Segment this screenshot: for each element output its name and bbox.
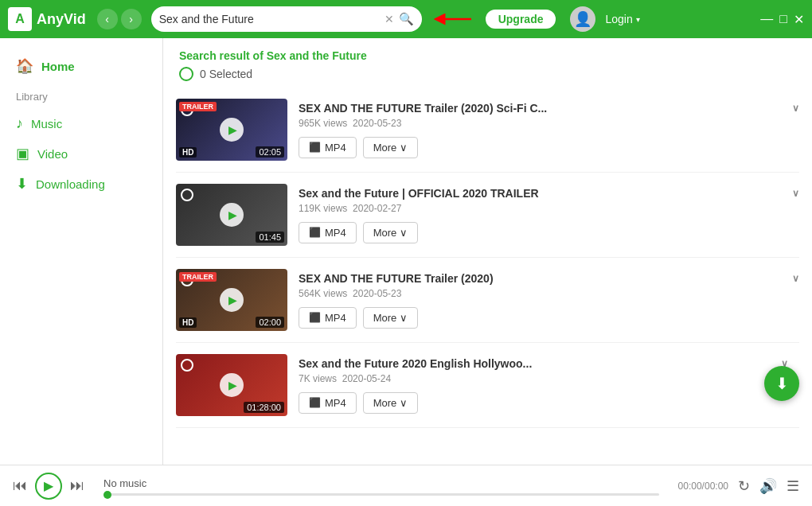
mp4-button-3[interactable]: ⬛ MP4 xyxy=(299,307,357,329)
volume-button[interactable]: 🔊 xyxy=(759,477,777,495)
video-meta-2: 119K views 2020-02-27 xyxy=(299,203,799,214)
sidebar-item-music[interactable]: ♪ Music xyxy=(0,109,162,138)
action-row-2: ⬛ MP4 More ∨ xyxy=(299,222,799,243)
video-info-2: Sex and the Future | OFFICIAL 2020 TRAIL… xyxy=(299,187,799,243)
sidebar-music-label: Music xyxy=(31,117,62,130)
mp4-label-2: MP4 xyxy=(325,227,346,239)
hd-badge-3: HD xyxy=(179,317,197,328)
user-avatar[interactable]: 👤 xyxy=(570,6,595,32)
sidebar-item-video[interactable]: ▣ Video xyxy=(0,138,162,169)
date-3: 2020-05-23 xyxy=(353,288,401,299)
logo-letter: A xyxy=(15,12,25,26)
video-meta-4: 7K views 2020-05-24 xyxy=(299,373,788,384)
minimize-button[interactable]: — xyxy=(760,12,773,26)
mp4-button-2[interactable]: ⬛ MP4 xyxy=(299,222,357,243)
trailer-badge-3: TRAILER xyxy=(179,272,217,282)
sidebar-item-downloading[interactable]: ⬇ Downloading xyxy=(0,169,162,199)
table-row: ▶ 01:45 Sex and the Future | OFFICIAL 20… xyxy=(176,173,799,258)
maximize-button[interactable]: □ xyxy=(779,12,787,26)
views-1: 965K views xyxy=(299,118,347,129)
select-all-checkbox[interactable] xyxy=(179,67,193,81)
bottom-controls: ↻ 🔊 ☰ xyxy=(738,477,799,495)
duration-2: 01:45 xyxy=(256,232,284,243)
sidebar-video-label: Video xyxy=(37,147,68,161)
repeat-button[interactable]: ↻ xyxy=(738,477,750,495)
download-fab[interactable]: ⬇ xyxy=(764,366,799,401)
expand-icon-2[interactable]: ∨ xyxy=(792,188,799,199)
results-list: ▶ TRAILER HD 02:05 SEX AND THE FUTURE Tr… xyxy=(163,88,812,428)
thumbnail-3[interactable]: ▶ HD TRAILER 02:00 xyxy=(176,269,287,331)
search-header: Search result of Sex and the Future 0 Se… xyxy=(163,38,812,88)
mp4-button-4[interactable]: ⬛ MP4 xyxy=(299,392,357,414)
login-button[interactable]: Login▾ xyxy=(605,13,639,25)
sidebar-library-label: Library xyxy=(0,84,162,109)
close-button[interactable]: ✕ xyxy=(794,12,804,27)
more-label-2: More xyxy=(373,227,397,239)
nav-back-button[interactable]: ‹ xyxy=(97,9,118,29)
trailer-badge-1: TRAILER xyxy=(179,102,217,111)
thumbnail-4[interactable]: ▶ 01:28:00 xyxy=(176,354,287,416)
video-info-1: SEX AND THE FUTURE Trailer (2020) Sci-Fi… xyxy=(299,102,799,158)
date-1: 2020-05-23 xyxy=(353,118,401,129)
duration-3: 02:00 xyxy=(256,317,284,328)
mp4-icon-3: ⬛ xyxy=(309,312,321,323)
upgrade-button[interactable]: Upgrade xyxy=(484,8,558,30)
more-chevron-3: ∨ xyxy=(400,312,408,324)
more-chevron-2: ∨ xyxy=(400,227,408,239)
search-query: Sex and the Future xyxy=(267,49,367,62)
progress-bar[interactable] xyxy=(103,493,659,496)
more-button-3[interactable]: More ∨ xyxy=(363,307,419,329)
video-meta-1: 965K views 2020-05-23 xyxy=(299,118,799,129)
date-4: 2020-05-24 xyxy=(342,373,391,384)
download-icon: ⬇ xyxy=(16,175,28,193)
thumbnail-1[interactable]: ▶ TRAILER HD 02:05 xyxy=(176,99,287,161)
video-title-2: Sex and the Future | OFFICIAL 2020 TRAIL… xyxy=(299,187,799,200)
next-button[interactable]: ⏭ xyxy=(70,477,84,494)
play-pause-button[interactable]: ▶ xyxy=(35,473,62,500)
app-logo: A AnyVid xyxy=(8,7,86,31)
bottom-bar: ⏮ ▶ ⏭ No music 00:00/00:00 ↻ 🔊 ☰ xyxy=(0,465,812,506)
more-button-1[interactable]: More ∨ xyxy=(363,137,419,158)
prev-button[interactable]: ⏮ xyxy=(13,477,27,494)
mp4-label-3: MP4 xyxy=(325,312,346,324)
expand-icon-1[interactable]: ∨ xyxy=(792,103,799,114)
video-info-4: Sex and the Future 2020 English Hollywoo… xyxy=(299,357,788,414)
sidebar-home-label: Home xyxy=(41,60,75,73)
video-title-text-3: SEX AND THE FUTURE Trailer (2020) xyxy=(299,272,789,285)
more-label-4: More xyxy=(373,397,397,409)
content-area: Search result of Sex and the Future 0 Se… xyxy=(163,38,812,465)
date-2: 2020-02-27 xyxy=(353,203,401,214)
search-clear-icon[interactable]: ✕ xyxy=(385,13,394,25)
play-button-3[interactable]: ▶ xyxy=(220,288,244,312)
search-result-text: Search result of Sex and the Future xyxy=(179,49,796,62)
mp4-button-1[interactable]: ⬛ MP4 xyxy=(299,137,357,158)
play-button-2[interactable]: ▶ xyxy=(220,203,244,227)
table-row: ▶ TRAILER HD 02:05 SEX AND THE FUTURE Tr… xyxy=(176,88,799,173)
mp4-icon-1: ⬛ xyxy=(309,142,321,153)
action-row-1: ⬛ MP4 More ∨ xyxy=(299,137,799,158)
hd-badge-1: HD xyxy=(179,147,197,158)
more-button-4[interactable]: More ∨ xyxy=(363,392,419,414)
search-icon[interactable]: 🔍 xyxy=(399,12,414,26)
views-3: 564K views xyxy=(299,288,347,299)
playlist-button[interactable]: ☰ xyxy=(787,477,799,495)
action-row-3: ⬛ MP4 More ∨ xyxy=(299,307,799,329)
video-title-text-4: Sex and the Future 2020 English Hollywoo… xyxy=(299,357,778,370)
nav-forward-button[interactable]: › xyxy=(121,9,142,29)
mp4-icon-2: ⬛ xyxy=(309,227,321,238)
video-title-1: SEX AND THE FUTURE Trailer (2020) Sci-Fi… xyxy=(299,102,799,115)
time-display: 00:00/00:00 xyxy=(678,481,728,492)
app-name: AnyVid xyxy=(37,11,86,28)
play-button-1[interactable]: ▶ xyxy=(220,118,244,142)
play-button-4[interactable]: ▶ xyxy=(220,373,244,397)
play-icon-2: ▶ xyxy=(228,208,237,221)
play-icon-3: ▶ xyxy=(228,294,237,306)
more-button-2[interactable]: More ∨ xyxy=(363,222,419,243)
thumbnail-2[interactable]: ▶ 01:45 xyxy=(176,184,287,246)
sidebar-item-home[interactable]: 🏠 Home xyxy=(0,51,162,81)
expand-icon-3[interactable]: ∨ xyxy=(792,273,799,284)
search-input[interactable] xyxy=(159,13,380,25)
main-layout: 🏠 Home Library ♪ Music ▣ Video ⬇ Downloa… xyxy=(0,38,812,465)
sidebar-downloading-label: Downloading xyxy=(36,177,105,191)
no-music-label: No music xyxy=(103,477,146,489)
